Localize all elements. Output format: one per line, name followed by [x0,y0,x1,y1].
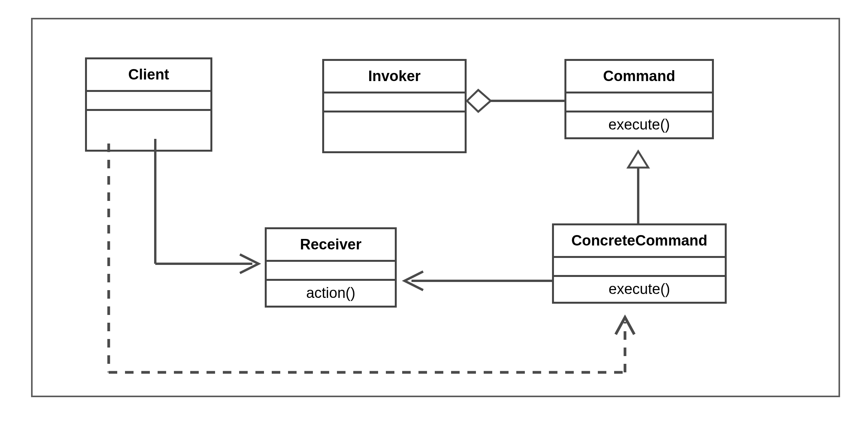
class-name-receiver: Receiver [267,229,395,262]
class-receiver: Receiver action() [265,227,397,308]
class-ops-concrete-command: execute() [554,277,725,302]
class-client: Client [85,57,212,152]
class-attrs-invoker [324,93,465,112]
class-name-client: Client [87,59,210,92]
class-attrs-client [87,92,210,111]
class-ops-command: execute() [566,112,712,137]
class-attrs-concrete-command [554,258,725,277]
class-ops-client [87,111,210,150]
class-name-invoker: Invoker [324,61,465,93]
class-name-concrete-command: ConcreteCommand [554,225,725,258]
class-invoker: Invoker [322,59,467,153]
uml-diagram-container: Client Invoker Command execute() Receive… [0,0,868,422]
class-ops-invoker [324,112,465,151]
class-command: Command execute() [564,59,714,139]
class-attrs-command [566,93,712,112]
class-concrete-command: ConcreteCommand execute() [552,223,727,304]
class-ops-receiver: action() [267,281,395,306]
class-attrs-receiver [267,262,395,281]
class-name-command: Command [566,61,712,93]
